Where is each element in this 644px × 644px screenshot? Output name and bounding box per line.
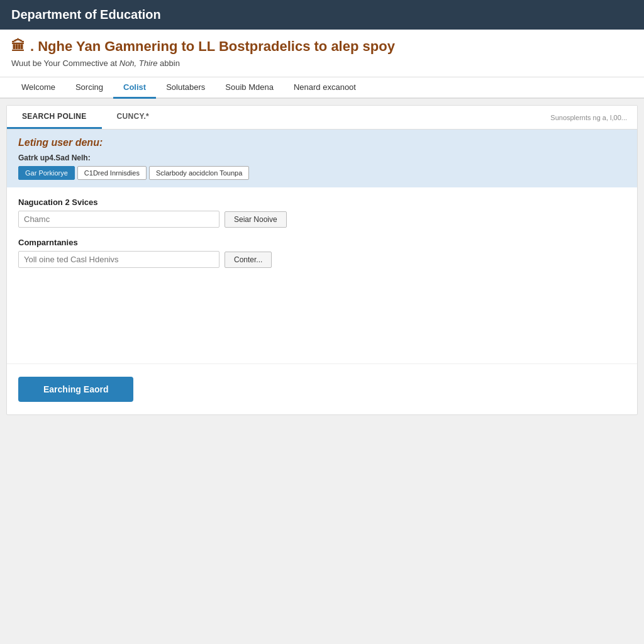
nav-tabs: Welcome Sorcing Colist Solutabers Souib …: [0, 77, 644, 99]
main-content-panel: SEARCH POLINE CUNCY.* Sunosplernts ng a,…: [6, 105, 638, 415]
filter-btn-3[interactable]: Sclarbody aocidclon Tounpa: [149, 166, 249, 180]
top-header: Department of Education: [0, 0, 644, 30]
subtitle-prefix: Wuut be Your Commective at: [11, 58, 119, 68]
nav-tab-souib-mdena[interactable]: Souib Mdena: [215, 77, 284, 99]
form-group-nagucation: Nagucation 2 Svices Seiar Nooive: [18, 197, 626, 228]
form-input-2[interactable]: [18, 251, 219, 268]
sub-tabs-row: SEARCH POLINE CUNCY.* Sunosplernts ng a,…: [7, 106, 637, 130]
page-subtitle: Wuut be Your Commective at Noh, Thire ab…: [11, 58, 633, 68]
header-title: Department of Education: [11, 8, 161, 21]
form-label-2: Comparntanies: [18, 238, 626, 247]
form-row-2: Conter...: [18, 251, 626, 268]
filter-btn-1[interactable]: Gar Porkiorye: [18, 166, 75, 180]
sub-tab-cuncy[interactable]: CUNCY.*: [102, 106, 164, 129]
sub-tab-right-text: Sunosplernts ng a, l,00...: [540, 108, 637, 128]
subtitle-suffix: abbin: [157, 58, 179, 68]
page-icon: 🏛: [11, 38, 25, 55]
form-group-comparntanies: Comparntanies Conter...: [18, 238, 626, 268]
nav-tab-colist[interactable]: Colist: [113, 77, 156, 99]
page-title-text: . Nghe Yan Gamnering to LL Bostpradelics…: [30, 38, 395, 55]
nav-tab-solutabers[interactable]: Solutabers: [156, 77, 215, 99]
form-input-1[interactable]: [18, 211, 219, 228]
nav-tab-nenard-excanoot[interactable]: Nenard excanoot: [284, 77, 366, 99]
subtitle-italic: Noh, Thire: [119, 58, 158, 68]
action-button[interactable]: Earching Eaord: [18, 377, 133, 402]
page-title: 🏛 . Nghe Yan Gamnering to LL Bostpradeli…: [11, 38, 633, 55]
filter-btn-2[interactable]: C1Dred Inrnisdies: [77, 166, 147, 180]
sub-tab-search-poline[interactable]: SEARCH POLINE: [7, 106, 102, 129]
form-button-2[interactable]: Conter...: [225, 252, 272, 268]
form-label-1: Nagucation 2 Svices: [18, 197, 626, 207]
nav-tab-sorcing[interactable]: Sorcing: [65, 77, 113, 99]
banner-filter-label: Gatrk up4.Sad Nelh:: [18, 153, 626, 162]
content-spacer: [18, 278, 626, 353]
form-section: Nagucation 2 Svices Seiar Nooive Comparn…: [7, 187, 637, 364]
info-banner: Leting user denu: Gatrk up4.Sad Nelh: Ga…: [7, 130, 637, 187]
bottom-area: Earching Eaord: [7, 364, 637, 414]
banner-title: Leting user denu:: [18, 137, 626, 148]
page-title-area: 🏛 . Nghe Yan Gamnering to LL Bostpradeli…: [0, 30, 644, 77]
form-button-1[interactable]: Seiar Nooive: [225, 211, 287, 228]
nav-tab-welcome[interactable]: Welcome: [11, 77, 65, 99]
form-row-1: Seiar Nooive: [18, 211, 626, 228]
filter-buttons-group: Gar Porkiorye C1Dred Inrnisdies Sclarbod…: [18, 166, 626, 180]
